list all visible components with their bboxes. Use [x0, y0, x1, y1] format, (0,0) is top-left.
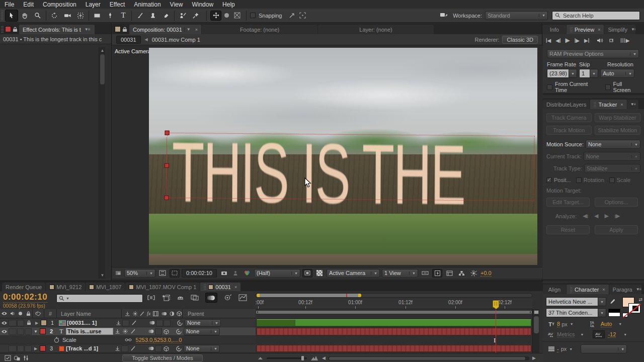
- always-preview-icon[interactable]: [114, 270, 122, 276]
- show-snapshot-icon[interactable]: [231, 270, 240, 276]
- col-parent[interactable]: Parent: [183, 311, 204, 317]
- font-style-combo[interactable]: 37 Thin Conden...▼: [546, 308, 606, 317]
- text-layer-selection-box[interactable]: [166, 133, 534, 201]
- lock-cell[interactable]: [25, 345, 32, 352]
- tab-tracker[interactable]: Tracker×: [590, 100, 626, 109]
- kerning-value[interactable]: Metrics: [557, 331, 575, 338]
- tab-effect-controls[interactable]: Effect Controls: This is t ▼≡: [19, 25, 95, 34]
- navigator-view-bar[interactable]: [257, 294, 361, 297]
- menu-animation[interactable]: Animation: [129, 1, 165, 8]
- selection-tool[interactable]: [5, 10, 18, 22]
- tab-layer[interactable]: Layer: (none): [318, 25, 434, 34]
- tracker-panel-menu[interactable]: ▼≡: [627, 100, 639, 109]
- camera-tool[interactable]: [61, 10, 74, 22]
- motion-blur-switch-icon[interactable]: [148, 320, 156, 325]
- tab-footage[interactable]: Footage: (none): [202, 25, 317, 34]
- switch-cell[interactable]: [155, 328, 162, 335]
- comp-mini-flowchart-icon[interactable]: [147, 294, 155, 301]
- eye-cell[interactable]: [0, 345, 9, 352]
- comp-flowchart-icon[interactable]: [456, 270, 466, 276]
- solo-cell[interactable]: [17, 328, 24, 335]
- layer-color-swatch[interactable]: [40, 345, 46, 351]
- analyze-forward-frame-button[interactable]: |▶: [615, 213, 620, 219]
- hscroll-right-icon[interactable]: ▶: [532, 355, 536, 360]
- layer-bar-2[interactable]: [257, 328, 531, 335]
- loop-icon[interactable]: [608, 38, 615, 43]
- lock-icon[interactable]: [25, 320, 33, 325]
- leading-value[interactable]: Auto: [601, 321, 612, 327]
- expand-arrow-icon[interactable]: ▶: [32, 346, 40, 351]
- tab-mvi-1807[interactable]: MVI_1807: [86, 283, 125, 291]
- roto-brush-tool[interactable]: [176, 10, 189, 22]
- ram-preview-options-dropdown[interactable]: RAM Preview Options▼: [547, 49, 639, 58]
- snapping-checkbox[interactable]: [250, 13, 256, 18]
- stopwatch-icon[interactable]: [52, 337, 60, 343]
- frame-blending-icon[interactable]: [191, 294, 199, 301]
- zoom-out-mountain-icon[interactable]: [258, 356, 263, 360]
- renderer-button[interactable]: Classic 3D: [502, 36, 538, 44]
- time-ruler[interactable]: 0:00f 00:12f 01:00f 01:12f 02:00f 02:12f: [256, 299, 532, 309]
- switch-cell[interactable]: [121, 345, 128, 352]
- scrollbar-thumb[interactable]: [100, 54, 105, 84]
- tracking-value[interactable]: -12: [608, 331, 616, 338]
- position-switch-icon[interactable]: [113, 329, 121, 334]
- scale-checkbox[interactable]: [609, 177, 615, 183]
- first-frame-button[interactable]: |◀: [546, 38, 551, 43]
- switch-cell[interactable]: [122, 320, 129, 326]
- pan-behind-tool[interactable]: [74, 10, 87, 22]
- transfer-controls-icon[interactable]: [21, 355, 30, 361]
- layer-row-2[interactable]: ▼ 2 T This is...urse None▼: [0, 327, 256, 336]
- current-track-dropdown[interactable]: None▼: [584, 152, 640, 161]
- view-axis-button[interactable]: [231, 11, 243, 21]
- close-icon[interactable]: ×: [602, 287, 605, 292]
- timeline-zoom-slider[interactable]: [267, 357, 307, 359]
- position-switch-icon[interactable]: [113, 346, 121, 351]
- magnification-dropdown[interactable]: 50%▼: [124, 269, 155, 278]
- last-frame-button[interactable]: ▶|: [584, 38, 589, 43]
- no-stroke-mini-swatch[interactable]: [622, 313, 628, 317]
- navigator-handle[interactable]: [257, 294, 260, 297]
- frame-rate-combo[interactable]: (23.98)▼: [547, 69, 577, 78]
- chevron-down-icon[interactable]: ▼: [569, 69, 577, 78]
- previous-frame-button[interactable]: ◀|: [555, 38, 560, 43]
- timeline-search-box[interactable]: ▼: [56, 294, 143, 303]
- eraser-tool[interactable]: [159, 10, 173, 22]
- track-motion-button[interactable]: Track Motion: [546, 126, 592, 135]
- position-checkbox[interactable]: [546, 177, 552, 183]
- constrain-link-icon[interactable]: [123, 338, 134, 342]
- stroke-width-value[interactable]: -: [557, 346, 559, 352]
- eye-icon[interactable]: [0, 321, 9, 325]
- shy-layers-icon[interactable]: [177, 294, 184, 301]
- timeline-hscrollbar[interactable]: [328, 356, 529, 360]
- analyze-backward-frame-button[interactable]: ◀|: [583, 213, 588, 219]
- target-region-icon[interactable]: [302, 269, 312, 278]
- layer-row-1[interactable]: ▶ 1 [00031.... 1] None▼: [0, 319, 256, 327]
- play-button[interactable]: ▶: [565, 37, 570, 44]
- panel-menu-icon[interactable]: ▼≡: [83, 27, 92, 32]
- fill-over-stroke-swatch[interactable]: [608, 309, 620, 317]
- exposure-value[interactable]: +0.0: [480, 270, 492, 277]
- swap-colors-icon[interactable]: ⇄: [638, 297, 642, 302]
- tab-mvi-1807-comp[interactable]: MVI_1807.MOV Comp 1: [125, 283, 200, 291]
- col-layer-name[interactable]: Layer Name: [57, 311, 121, 317]
- ram-preview-button[interactable]: |||▶: [620, 38, 629, 43]
- switch-cell[interactable]: [164, 320, 171, 326]
- pick-whip-icon[interactable]: [174, 329, 184, 334]
- tab-00031[interactable]: 00031×: [200, 283, 240, 291]
- fast-preview-icon[interactable]: [432, 269, 442, 278]
- audio-cell[interactable]: [9, 320, 17, 326]
- tab-preview[interactable]: Preview×: [567, 25, 604, 34]
- track-type-dropdown[interactable]: Stabilize▼: [584, 164, 640, 173]
- lock-icon[interactable]: [13, 27, 18, 32]
- audio-cell[interactable]: [9, 328, 17, 335]
- snap-feature-icon[interactable]: [297, 12, 308, 19]
- panel-menu-icon[interactable]: ▼≡: [629, 27, 635, 32]
- stroke-color-swatch[interactable]: [628, 303, 640, 313]
- menu-help[interactable]: Help: [218, 1, 239, 8]
- tab-character[interactable]: Character×: [567, 285, 609, 294]
- workspace-dropdown[interactable]: Standard▼: [485, 11, 548, 20]
- chevron-down-icon[interactable]: ▼: [579, 333, 585, 336]
- pick-whip-icon[interactable]: [175, 320, 185, 326]
- scroll-up-icon[interactable]: ▲: [99, 47, 106, 54]
- expand-render-time-icon[interactable]: [12, 355, 21, 361]
